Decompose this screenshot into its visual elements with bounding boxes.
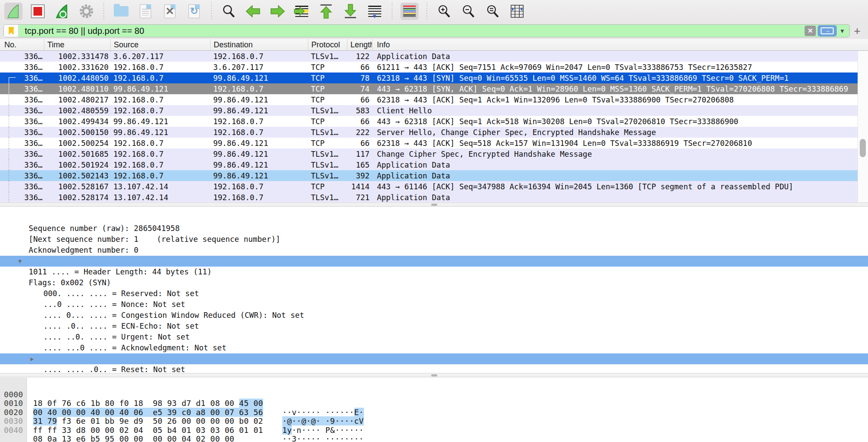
table-row[interactable]: 336… 1002.501924 192.168.0.7 99.86.49.12… xyxy=(0,159,868,170)
table-row[interactable]: 336… 1002.480110 99.86.49.121 192.168.0.… xyxy=(0,83,868,94)
go-to-top-icon[interactable] xyxy=(317,3,335,20)
packet-list-scrollbar[interactable] xyxy=(858,51,868,203)
hex-offset: 0040 xyxy=(4,426,23,435)
packet-info: Application Data xyxy=(373,159,868,170)
column-header-no[interactable]: No. xyxy=(0,39,44,50)
filter-expression-text[interactable]: tcp.port == 80 || udp.port == 80 xyxy=(19,26,805,36)
table-row[interactable]: 336… 1002.480559 192.168.0.7 99.86.49.12… xyxy=(0,105,868,116)
table-row[interactable]: 336… 1002.499434 99.86.49.121 192.168.0.… xyxy=(0,116,868,127)
scrollbar-thumb[interactable] xyxy=(860,139,866,157)
packet-source: 192.168.0.7 xyxy=(111,73,211,83)
go-forward-icon[interactable] xyxy=(268,3,287,20)
table-row[interactable]: 336… 1002.502143 192.168.0.7 99.86.49.12… xyxy=(0,170,868,181)
filter-apply-button[interactable]: → xyxy=(818,25,837,36)
go-to-packet-icon[interactable] xyxy=(293,3,311,20)
save-file-icon[interactable] xyxy=(136,3,155,20)
packet-info: Application Data xyxy=(373,51,868,62)
packet-time: 1002.500254 xyxy=(44,138,111,148)
packet-no: 336… xyxy=(0,94,44,105)
detail-tree-line[interactable]: Sequence number (raw): 2865041958 xyxy=(0,207,868,212)
hex-row[interactable]: 0030 ff ff 33 d8 00 00 02 04 05 b4 01 03… xyxy=(0,408,868,417)
open-file-folder-icon[interactable] xyxy=(112,3,130,20)
packet-source: 192.168.0.7 xyxy=(111,138,211,148)
restart-capture-icon[interactable] xyxy=(53,3,71,20)
resize-columns-icon[interactable] xyxy=(508,3,526,20)
detail-tree-line[interactable]: Acknowledgment number (raw): 0 xyxy=(0,234,868,245)
packet-time: 1002.502143 xyxy=(44,170,111,181)
find-packet-icon[interactable] xyxy=(220,3,238,20)
detail-tree-line[interactable]: 1011 .... = Header Length: 44 bytes (11) xyxy=(0,245,868,256)
packet-source: 13.107.42.14 xyxy=(111,181,211,192)
detail-tree-line[interactable]: [Next sequence number: 1 (relative seque… xyxy=(0,212,868,223)
close-file-icon[interactable]: ✕ xyxy=(161,3,179,20)
packet-info: 443 → 62318 [SYN, ACK] Seq=0 Ack=1 Win=2… xyxy=(373,83,868,94)
packet-protocol: TLSv1… xyxy=(308,127,347,138)
detail-tree-line[interactable]: .... ...0 .... = Acknowledgment: Not set xyxy=(0,321,868,332)
filter-clear-button[interactable]: ✕ xyxy=(805,26,816,36)
go-to-bottom-icon[interactable] xyxy=(341,3,360,20)
colorize-packets-icon[interactable] xyxy=(400,3,419,20)
detail-tree-line[interactable]: .... 0... .... = Congestion Window Reduc… xyxy=(0,288,868,299)
packet-source: 99.86.49.121 xyxy=(111,127,211,138)
detail-tree-line[interactable]: .... .... 0... = Push: Not set xyxy=(0,332,868,343)
reload-file-icon[interactable]: ↻ xyxy=(185,3,203,20)
packet-length: 66 xyxy=(347,138,373,148)
packet-no: 336… xyxy=(0,62,44,73)
hex-row[interactable]: 0040 08 0a 13 e6 b5 95 00 00 00 00 04 02… xyxy=(0,417,868,426)
conversation-line xyxy=(9,116,9,127)
table-row[interactable]: 336… 1002.528174 13.107.42.14 192.168.0.… xyxy=(0,192,868,203)
toolbar-separator xyxy=(103,3,104,20)
detail-tree-line[interactable]: ...0 .... .... = Nonce: Not set xyxy=(0,277,868,288)
detail-tree-line[interactable]: .... .... .0.. = Reset: Not set xyxy=(0,343,868,353)
detail-tree-line[interactable]: .... .... ...0 = Fin: Not set xyxy=(0,364,868,373)
hex-row[interactable]: 0000 18 0f 76 c6 1b 80 f0 18 98 93 d7 d1… xyxy=(0,381,868,390)
zoom-out-icon[interactable] xyxy=(459,3,478,20)
wireshark-start-capture-icon[interactable] xyxy=(4,3,23,20)
list-detail-splitter[interactable] xyxy=(0,202,868,207)
go-back-icon[interactable] xyxy=(244,3,262,20)
table-row[interactable]: 336… 1002.500254 192.168.0.7 99.86.49.12… xyxy=(0,138,868,148)
table-row[interactable]: 336… 1002.331478 3.6.207.117 192.168.0.7… xyxy=(0,51,868,62)
expander-triangle-icon[interactable]: ▼ xyxy=(18,256,22,267)
table-row[interactable]: 336… 1002.501685 192.168.0.7 99.86.49.12… xyxy=(0,148,868,159)
detail-tree-line[interactable]: ▶ .... .... ..1. = Syn: Set xyxy=(0,353,868,364)
filter-add-button[interactable]: + xyxy=(850,24,865,38)
packet-protocol: TLSv1… xyxy=(308,105,347,116)
filter-bookmark-button[interactable] xyxy=(4,25,19,37)
table-row[interactable]: 336… 1002.331620 192.168.0.7 3.6.207.117… xyxy=(0,62,868,73)
packet-protocol: TCP xyxy=(308,181,347,192)
main-toolbar: ✕ ↻ xyxy=(0,0,868,23)
column-header-destination[interactable]: Destination xyxy=(211,39,308,50)
hex-row[interactable]: 0020 31 79 f3 6e 01 bb 9e d9 50 26 00 00… xyxy=(0,399,868,408)
stop-capture-icon[interactable] xyxy=(29,3,47,20)
detail-tree-line[interactable]: .... ..0. .... = Urgent: Not set xyxy=(0,310,868,321)
zoom-reset-icon[interactable] xyxy=(484,3,502,20)
table-row[interactable]: 336… 1002.448050 192.168.0.7 99.86.49.12… xyxy=(0,73,868,83)
packet-protocol: TCP xyxy=(308,116,347,127)
expander-triangle-icon[interactable]: ▶ xyxy=(30,353,34,364)
column-header-info[interactable]: Info xyxy=(373,39,868,50)
column-header-length[interactable]: Length xyxy=(347,39,373,50)
column-header-source[interactable]: Source xyxy=(111,39,211,50)
column-header-time[interactable]: Time xyxy=(44,39,111,50)
detail-tree-line[interactable]: 000. .... .... = Reserved: Not set xyxy=(0,267,868,277)
capture-options-gear-icon[interactable] xyxy=(77,3,96,20)
packet-no: 336… xyxy=(0,159,44,170)
table-row[interactable]: 336… 1002.480217 192.168.0.7 99.86.49.12… xyxy=(0,94,868,105)
packet-no: 336… xyxy=(0,170,44,181)
table-row[interactable]: 336… 1002.500150 99.86.49.121 192.168.0.… xyxy=(0,127,868,138)
table-row[interactable]: 336… 1002.528167 13.107.42.14 192.168.0.… xyxy=(0,181,868,192)
filter-history-caret[interactable]: ▼ xyxy=(839,28,845,34)
detail-tree-line[interactable]: ▼ Flags: 0x002 (SYN) xyxy=(0,256,868,267)
packet-info: 62318 → 443 [SYN] Seq=0 Win=65535 Len=0 … xyxy=(373,73,868,83)
display-filter-input[interactable]: tcp.port == 80 || udp.port == 80 ✕ → ▼ xyxy=(3,24,850,37)
detail-tree-line[interactable]: .... .0.. .... = ECN-Echo: Not set xyxy=(0,299,868,310)
packet-length: 66 xyxy=(347,116,373,127)
hex-row[interactable]: 0010 00 40 00 00 40 00 40 06 e5 39 c0 a8… xyxy=(0,390,868,399)
detail-hex-splitter[interactable] xyxy=(0,373,868,377)
detail-tree-line[interactable]: Acknowledgment number: 0 xyxy=(0,223,868,234)
hex-bytes: 08 0a 13 e6 b5 95 00 00 00 00 04 02 00 0… xyxy=(33,435,234,442)
column-header-protocol[interactable]: Protocol xyxy=(308,39,347,50)
auto-scroll-icon[interactable] xyxy=(366,3,384,20)
zoom-in-icon[interactable] xyxy=(435,3,453,20)
